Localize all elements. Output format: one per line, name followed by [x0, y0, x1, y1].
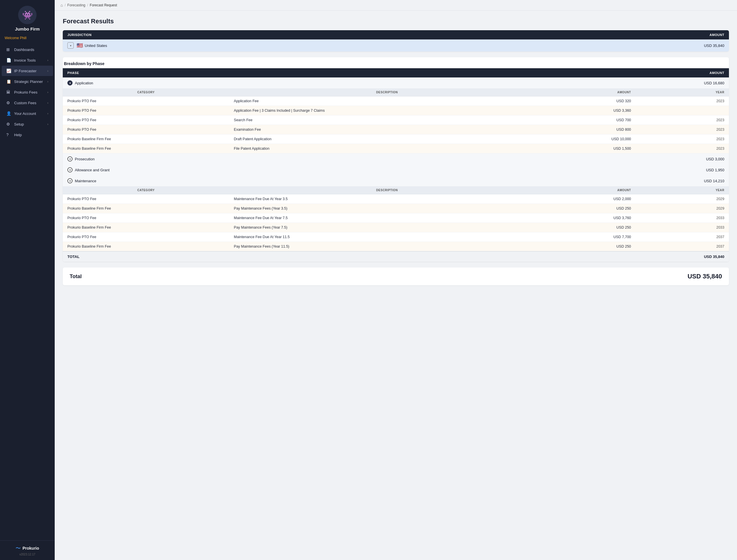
row-year: 2029 — [636, 194, 729, 204]
phase-row-application: ▾ Application USD 16,680 — [63, 77, 729, 88]
col-amount: AMOUNT — [478, 30, 729, 39]
jurisdiction-table: JURISDICTION AMOUNT ▾ 🇺🇸 United States — [63, 30, 729, 52]
row-category: Prokurio PTO Fee — [63, 96, 229, 106]
jurisdiction-row-us: ▾ 🇺🇸 United States USD 35,840 — [63, 39, 729, 52]
row-category: Prokurio Baseline Firm Fee — [63, 144, 229, 153]
brand-logo-icon: 〜 — [16, 545, 21, 552]
row-category: Prokurio PTO Fee — [63, 232, 229, 242]
sidebar-item-your-account[interactable]: 👤 Your Account › — [2, 108, 53, 119]
sidebar-item-invoice-tools[interactable]: 📄 Invoice Tools › — [2, 55, 53, 65]
chevron-right-icon: › — [47, 101, 48, 105]
help-icon: ? — [6, 132, 12, 137]
col-description: DESCRIPTION — [229, 186, 545, 194]
row-description: Pay Maintenance Fees (Year 7.5) — [229, 223, 545, 232]
row-amount: USD 250 — [545, 204, 636, 213]
table-row: Prokurio PTO Fee Examination Fee USD 800… — [63, 125, 729, 134]
sidebar-item-label: IP Forecaster — [14, 69, 37, 73]
sidebar-item-strategic-planner[interactable]: 📋 Strategic Planner › — [2, 76, 53, 87]
row-year: 2033 — [636, 223, 729, 232]
phase-row-maintenance: ▾ Maintenance USD 14,210 — [63, 175, 729, 186]
breadcrumb-forecasting[interactable]: Forecasting — [67, 3, 86, 7]
table-row: Prokurio Baseline Firm Fee Pay Maintenan… — [63, 204, 729, 213]
col-jurisdiction: JURISDICTION — [63, 30, 478, 39]
phase-row-prosecution: ▾ Prosecution USD 3,000 — [63, 153, 729, 165]
col-amount: AMOUNT — [545, 186, 636, 194]
sidebar-logo: 👾 Jumbo Firm — [0, 0, 55, 35]
row-amount: USD 800 — [545, 125, 636, 134]
phases-table: PHASE AMOUNT ▾ Application USD 16,680 — [63, 68, 729, 262]
chevron-right-icon: › — [47, 58, 48, 62]
jurisdiction-table-card: JURISDICTION AMOUNT ▾ 🇺🇸 United States — [63, 30, 729, 52]
sidebar-footer: 〜 Prokurio v2023.12.17 — [0, 540, 55, 560]
jurisdiction-table-header: JURISDICTION AMOUNT — [63, 30, 729, 39]
table-row: Prokurio PTO Fee Application Fee USD 320… — [63, 96, 729, 106]
chevron-right-icon: › — [47, 90, 48, 94]
row-category: Prokurio Baseline Firm Fee — [63, 223, 229, 232]
row-description: Maintenance Fee Due At Year 11.5 — [229, 232, 545, 242]
row-description: Maintenance Fee Due At Year 3.5 — [229, 194, 545, 204]
row-year: 2023 — [636, 134, 729, 144]
custom-fees-icon: ⚙ — [6, 100, 12, 105]
table-row: Prokurio Baseline Firm Fee Pay Maintenan… — [63, 242, 729, 252]
firm-name: Jumbo Firm — [15, 26, 40, 31]
page-title: Forecast Results — [63, 18, 729, 25]
sidebar-item-label: Custom Fees — [14, 101, 36, 105]
sidebar-item-help[interactable]: ? Help — [2, 130, 53, 140]
setup-icon: ⚙ — [6, 122, 12, 126]
row-year: 2029 — [636, 204, 729, 213]
row-description: Application Fee — [229, 96, 545, 106]
chevron-right-icon: › — [47, 112, 48, 115]
chevron-right-icon: › — [47, 80, 48, 83]
total-amount: USD 35,840 — [636, 251, 729, 262]
phase-amount: USD 1,950 — [636, 164, 729, 175]
row-year — [636, 106, 729, 115]
row-amount: USD 250 — [545, 242, 636, 252]
row-amount: USD 7,700 — [545, 232, 636, 242]
row-amount: USD 1,500 — [545, 144, 636, 153]
flag-icon: 🇺🇸 — [77, 42, 83, 49]
breadcrumb-separator: / — [87, 3, 88, 7]
sidebar-item-ip-forecaster[interactable]: 📈 IP Forecaster › — [2, 66, 53, 76]
row-description: Search Fee — [229, 115, 545, 125]
collapse-button[interactable]: ▾ — [67, 42, 74, 49]
row-amount: USD 700 — [545, 115, 636, 125]
row-description: Application Fee | 3 Claims Included | Su… — [229, 106, 545, 115]
welcome-message: Welcome Phill — [0, 35, 55, 43]
prokurio-fees-icon: 🏛 — [6, 90, 12, 94]
breadcrumb-separator: / — [64, 3, 65, 7]
row-year: 2023 — [636, 115, 729, 125]
table-row: Prokurio Baseline Firm Fee Pay Maintenan… — [63, 223, 729, 232]
phase-icon: ▾ — [67, 178, 73, 183]
table-row: Prokurio Baseline Firm Fee Draft Patent … — [63, 134, 729, 144]
col-year: YEAR — [636, 88, 729, 96]
row-year: 2037 — [636, 232, 729, 242]
table-row: Prokurio Baseline Firm Fee File Patent A… — [63, 144, 729, 153]
table-row: Prokurio PTO Fee Maintenance Fee Due At … — [63, 213, 729, 223]
row-amount: USD 320 — [545, 96, 636, 106]
row-category: Prokurio PTO Fee — [63, 106, 229, 115]
sidebar-item-label: Prokurio Fees — [14, 90, 37, 94]
jurisdiction-amount: USD 35,840 — [478, 39, 729, 52]
sidebar: 👾 Jumbo Firm Welcome Phill ⊞ Dashboards … — [0, 0, 55, 560]
row-year: 2037 — [636, 242, 729, 252]
row-amount: USD 250 — [545, 223, 636, 232]
total-card-value: USD 35,840 — [687, 273, 722, 280]
row-description: File Patent Application — [229, 144, 545, 153]
firm-logo-icon: 👾 — [18, 6, 37, 24]
sidebar-item-dashboards[interactable]: ⊞ Dashboards — [2, 44, 53, 55]
sidebar-item-custom-fees[interactable]: ⚙ Custom Fees › — [2, 98, 53, 108]
row-year: 2033 — [636, 213, 729, 223]
phase-icon: ▾ — [67, 167, 73, 172]
phase-row-allowance: ▾ Allowance and Grant USD 1,950 — [63, 164, 729, 175]
table-row: Prokurio PTO Fee Maintenance Fee Due At … — [63, 194, 729, 204]
row-category: Prokurio Baseline Firm Fee — [63, 204, 229, 213]
home-icon[interactable]: ⌂ — [60, 3, 63, 7]
col-phase: PHASE — [63, 68, 636, 77]
phase-amount: USD 3,000 — [636, 153, 729, 165]
row-category: Prokurio Baseline Firm Fee — [63, 242, 229, 252]
sidebar-item-prokurio-fees[interactable]: 🏛 Prokurio Fees › — [2, 87, 53, 97]
sidebar-item-setup[interactable]: ⚙ Setup › — [2, 119, 53, 129]
row-year: 2023 — [636, 144, 729, 153]
col-phase-amount: AMOUNT — [636, 68, 729, 77]
row-description: Pay Maintenance Fees (Year 3.5) — [229, 204, 545, 213]
